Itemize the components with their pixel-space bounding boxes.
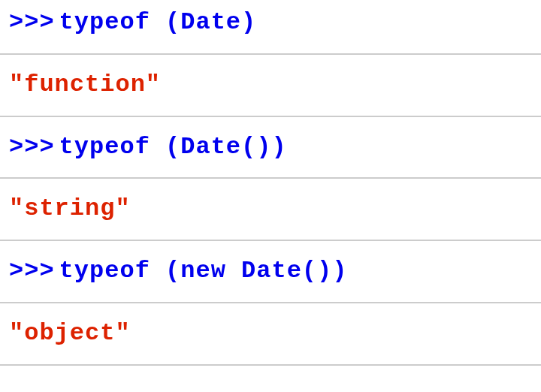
input-code: typeof (Date) — [59, 8, 257, 36]
prompt-marker: >>> — [9, 8, 55, 36]
prompt-marker: >>> — [9, 133, 55, 161]
input-code: typeof (Date()) — [59, 133, 287, 161]
prompt-marker: >>> — [9, 257, 55, 285]
console-input-line: >>>typeof (Date()) — [0, 117, 541, 179]
console-output-line: "function" — [0, 55, 541, 117]
input-code: typeof (new Date()) — [59, 257, 348, 285]
console-output-line: "object" — [0, 303, 541, 366]
console-output-line: "string" — [0, 179, 541, 241]
output-value: "function" — [9, 71, 161, 98]
console-input-line: >>>typeof (Date) — [0, 0, 541, 55]
console-output: >>>typeof (Date) "function" >>>typeof (D… — [0, 0, 541, 366]
console-input-line: >>>typeof (new Date()) — [0, 241, 541, 303]
output-value: "string" — [9, 194, 131, 222]
output-value: "object" — [9, 319, 131, 347]
